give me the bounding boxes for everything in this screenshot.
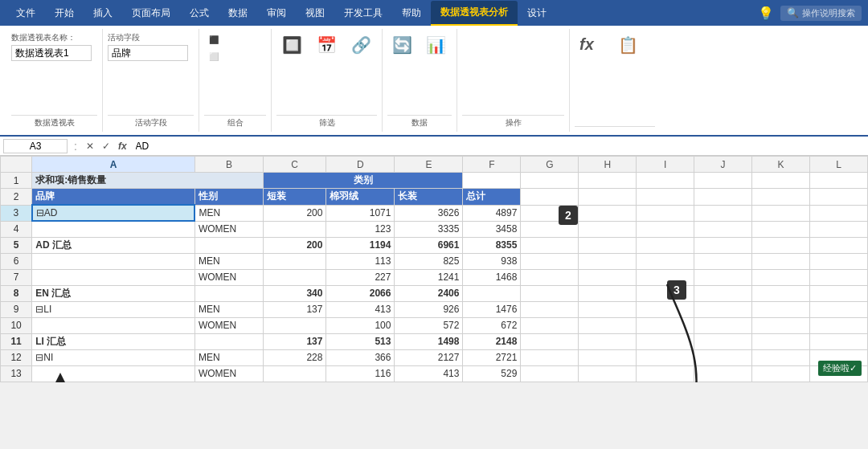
cell-E3[interactable]: 3626 — [395, 205, 463, 221]
cell-E10[interactable]: 572 — [395, 317, 463, 333]
cell-B4[interactable]: WOMEN — [194, 221, 263, 237]
cell-H5[interactable] — [579, 237, 637, 253]
cell-I5[interactable] — [637, 237, 694, 253]
cell-J1[interactable] — [694, 173, 752, 189]
cell-F10[interactable]: 672 — [463, 317, 521, 333]
cell-I13[interactable] — [637, 365, 694, 382]
col-header-C[interactable]: C — [263, 157, 326, 173]
cell-C3[interactable]: 200 — [263, 205, 326, 221]
tab-design[interactable]: 设计 — [518, 2, 556, 25]
cell-F13[interactable]: 529 — [463, 365, 521, 382]
cell-A6[interactable] — [32, 253, 195, 269]
cell-L1[interactable] — [809, 173, 867, 189]
cell-B9[interactable]: MEN — [194, 301, 263, 317]
cell-C2[interactable]: 短装 — [263, 189, 326, 206]
filter-connect-button[interactable]: 🔗 筛选器连接 — [346, 32, 377, 79]
cell-L6[interactable] — [809, 253, 867, 269]
fx-button[interactable]: fx — [575, 32, 599, 57]
cell-E8[interactable]: 2406 — [395, 285, 463, 301]
cell-L5[interactable] — [809, 237, 867, 253]
cell-E12[interactable]: 2127 — [395, 349, 463, 365]
cell-G7[interactable] — [521, 269, 579, 285]
cell-K12[interactable] — [752, 349, 810, 365]
cell-F4[interactable]: 3458 — [463, 221, 521, 237]
cell-B3[interactable]: MEN — [194, 205, 263, 221]
cell-K10[interactable] — [752, 317, 810, 333]
cell-E4[interactable]: 3335 — [395, 221, 463, 237]
cell-J9[interactable] — [694, 301, 752, 317]
cell-D3[interactable]: 1071 — [326, 205, 395, 221]
cell-E9[interactable]: 926 — [395, 301, 463, 317]
search-label[interactable]: 操作说明搜索 — [802, 7, 855, 19]
cell-K2[interactable] — [752, 189, 810, 206]
cell-F2[interactable]: 总计 — [463, 189, 521, 206]
cell-G9[interactable] — [521, 301, 579, 317]
cell-D10[interactable]: 100 — [326, 317, 395, 333]
cell-I3[interactable] — [637, 205, 694, 221]
cell-I7[interactable] — [637, 269, 694, 285]
cell-K11[interactable] — [752, 333, 810, 349]
cell-I4[interactable] — [637, 221, 694, 237]
cell-F1[interactable] — [463, 173, 521, 189]
tab-review[interactable]: 审阅 — [257, 2, 296, 25]
cell-D6[interactable]: 113 — [326, 253, 395, 269]
cell-H6[interactable] — [579, 253, 637, 269]
group-select-button[interactable]: ⬛ 分组选择 — [204, 32, 258, 47]
cell-L8[interactable] — [809, 285, 867, 301]
cell-A3[interactable]: ⊟AD — [32, 205, 195, 221]
cell-I1[interactable] — [637, 173, 694, 189]
cell-C9[interactable]: 137 — [263, 301, 326, 317]
clear-button[interactable]: 🗑 清除 — [462, 32, 488, 67]
active-field-input[interactable] — [108, 45, 188, 61]
cell-L2[interactable] — [809, 189, 867, 206]
tab-home[interactable]: 开始 — [45, 2, 84, 25]
cell-F3[interactable]: 4897 — [463, 205, 521, 221]
cell-E11[interactable]: 1498 — [395, 333, 463, 349]
cell-L7[interactable] — [809, 269, 867, 285]
cell-H2[interactable] — [579, 189, 637, 206]
tab-file[interactable]: 文件 — [6, 2, 45, 25]
tab-help[interactable]: 帮助 — [392, 2, 431, 25]
cell-A13[interactable] — [32, 365, 195, 382]
cell-I6[interactable] — [637, 253, 694, 269]
options-button[interactable]: 选项 ▼ — [11, 64, 48, 81]
cell-I11[interactable] — [637, 333, 694, 349]
col-header-L[interactable]: L — [809, 157, 867, 173]
cell-G11[interactable] — [521, 333, 579, 349]
col-header-F[interactable]: F — [463, 157, 521, 173]
cell-K7[interactable] — [752, 269, 810, 285]
cell-D2[interactable]: 棉羽绒 — [326, 189, 395, 206]
cell-C7[interactable] — [263, 269, 326, 285]
cell-G13[interactable] — [521, 365, 579, 382]
cell-A5[interactable]: AD 汇总 — [32, 237, 195, 253]
cell-C10[interactable] — [263, 317, 326, 333]
cell-J11[interactable] — [694, 333, 752, 349]
refresh-button[interactable]: 🔄 刷新 — [387, 32, 417, 68]
cell-G10[interactable] — [521, 317, 579, 333]
cell-J7[interactable] — [694, 269, 752, 285]
cell-F6[interactable]: 938 — [463, 253, 521, 269]
cell-H4[interactable] — [579, 221, 637, 237]
cell-J2[interactable] — [694, 189, 752, 206]
lightbulb-icon[interactable]: 💡 — [758, 6, 774, 21]
cell-H10[interactable] — [579, 317, 637, 333]
tab-data[interactable]: 数据 — [219, 2, 257, 25]
cell-E7[interactable]: 1241 — [395, 269, 463, 285]
cancel-formula-icon[interactable]: ✕ — [84, 141, 96, 152]
cell-K6[interactable] — [752, 253, 810, 269]
cell-G3[interactable] — [521, 205, 579, 221]
col-header-J[interactable]: J — [694, 157, 752, 173]
cell-G6[interactable] — [521, 253, 579, 269]
cell-B13[interactable]: WOMEN — [194, 365, 263, 382]
cell-H3[interactable] — [579, 205, 637, 221]
cell-D9[interactable]: 413 — [326, 301, 395, 317]
col-header-D[interactable]: D — [326, 157, 395, 173]
cell-F5[interactable]: 8355 — [463, 237, 521, 253]
cell-J4[interactable] — [694, 221, 752, 237]
cell-B5[interactable] — [194, 237, 263, 253]
col-header-I[interactable]: I — [637, 157, 694, 173]
cell-L4[interactable] — [809, 221, 867, 237]
cell-J10[interactable] — [694, 317, 752, 333]
tab-layout[interactable]: 页面布局 — [122, 2, 180, 25]
cell-I12[interactable] — [637, 349, 694, 365]
